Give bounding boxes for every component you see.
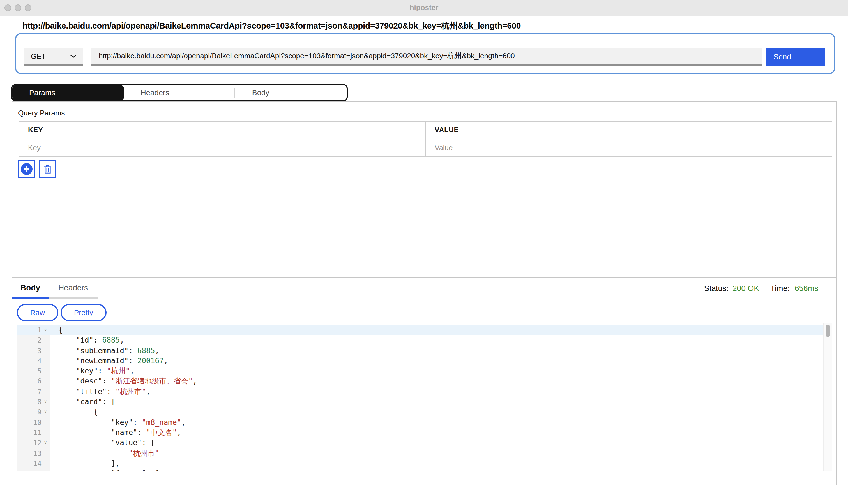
line-number: 15 bbox=[17, 469, 51, 471]
code-text: "key": "m8_name", bbox=[51, 417, 186, 428]
response-body-editor[interactable]: 1∨{2 "id": 6885,3 "subLemmaId": 6885,4 "… bbox=[17, 323, 832, 471]
time-value: 656ms bbox=[795, 284, 818, 293]
value-column-header: VALUE bbox=[425, 121, 832, 138]
response-panel: Body Headers Status:200 OKTime:656ms Raw… bbox=[12, 277, 837, 486]
tab-body[interactable]: Body bbox=[235, 85, 347, 100]
url-input[interactable]: http://baike.baidu.com/api/openapi/Baike… bbox=[91, 48, 762, 66]
code-line: 5 "key": "杭州", bbox=[17, 366, 824, 376]
line-number: 4 bbox=[17, 356, 51, 366]
editor-scrollbar-thumb[interactable] bbox=[826, 325, 830, 337]
param-key-input[interactable] bbox=[19, 139, 425, 157]
response-tab-body[interactable]: Body bbox=[12, 278, 49, 299]
code-line: 14 ], bbox=[17, 458, 824, 469]
line-number: 2 bbox=[17, 336, 51, 346]
request-url-heading: http://baike.baidu.com/api/openapi/Baike… bbox=[22, 21, 521, 31]
trash-icon bbox=[42, 163, 53, 175]
send-button[interactable]: Send bbox=[766, 48, 825, 66]
method-select[interactable]: GET bbox=[24, 48, 83, 66]
chevron-down-icon bbox=[70, 54, 76, 58]
code-text: "name": "中文名", bbox=[51, 428, 181, 438]
table-row bbox=[19, 138, 832, 157]
tab-params[interactable]: Params bbox=[12, 85, 124, 100]
plus-circle-icon bbox=[21, 163, 33, 175]
time-label: Time: bbox=[770, 284, 790, 293]
pretty-button[interactable]: Pretty bbox=[60, 304, 107, 321]
code-text: "card": [ bbox=[51, 397, 116, 407]
add-row-button[interactable] bbox=[18, 160, 35, 178]
code-lines: 1∨{2 "id": 6885,3 "subLemmaId": 6885,4 "… bbox=[17, 325, 824, 471]
code-line: 7 "title": "杭州市", bbox=[17, 387, 824, 397]
code-text: { bbox=[51, 407, 98, 418]
code-line: 15 "format": [ bbox=[17, 469, 824, 471]
code-line: 13 "杭州市" bbox=[17, 448, 824, 458]
fold-chevron-icon[interactable]: ∨ bbox=[42, 438, 49, 449]
param-row-actions bbox=[18, 160, 56, 178]
code-text: "format": [ bbox=[51, 469, 159, 471]
code-line: 6 "desc": "浙江省辖地级市、省会", bbox=[17, 376, 824, 387]
line-number: 13 bbox=[17, 448, 51, 458]
line-number: 10 bbox=[17, 417, 51, 428]
app-window: hiposter http://baike.baidu.com/api/open… bbox=[0, 0, 848, 504]
editor-scrollbar[interactable] bbox=[823, 323, 832, 471]
param-value-input[interactable] bbox=[426, 139, 832, 157]
query-params-table: KEY VALUE bbox=[18, 121, 832, 157]
request-bar: GET http://baike.baidu.com/api/openapi/B… bbox=[15, 33, 835, 74]
delete-row-button[interactable] bbox=[39, 160, 56, 178]
line-number: 7 bbox=[17, 387, 51, 397]
code-line: 1∨{ bbox=[17, 325, 824, 336]
tab-headers[interactable]: Headers bbox=[124, 85, 235, 100]
code-line: 8∨ "card": [ bbox=[17, 397, 824, 407]
code-line: 12∨ "value": [ bbox=[17, 438, 824, 449]
line-number: 12∨ bbox=[17, 438, 51, 449]
line-number: 3 bbox=[17, 346, 51, 356]
code-text: "subLemmaId": 6885, bbox=[51, 346, 159, 356]
code-text: "newLemmaId": 200167, bbox=[51, 356, 168, 366]
raw-button[interactable]: Raw bbox=[17, 304, 58, 321]
response-tab-headers[interactable]: Headers bbox=[49, 278, 98, 299]
response-view-buttons: Raw Pretty bbox=[17, 304, 107, 321]
response-tabs: Body Headers bbox=[12, 278, 98, 299]
code-text: "title": "杭州市", bbox=[51, 387, 150, 397]
query-params-panel: Query Params KEY VALUE bbox=[12, 102, 837, 277]
line-number: 14 bbox=[17, 458, 51, 469]
code-line: 9∨ { bbox=[17, 407, 824, 418]
code-text: { bbox=[51, 325, 63, 336]
line-number: 8∨ bbox=[17, 397, 51, 407]
method-select-value: GET bbox=[31, 52, 46, 60]
code-text: "desc": "浙江省辖地级市、省会", bbox=[51, 376, 197, 387]
line-number: 6 bbox=[17, 376, 51, 387]
status-value: 200 OK bbox=[732, 284, 759, 293]
code-line: 2 "id": 6885, bbox=[17, 336, 824, 346]
fold-chevron-icon[interactable]: ∨ bbox=[42, 397, 49, 407]
line-number: 1∨ bbox=[17, 325, 51, 336]
tab-headers-label: Headers bbox=[141, 89, 169, 97]
response-status-line: Status:200 OKTime:656ms bbox=[704, 284, 818, 293]
window-title: hiposter bbox=[0, 0, 848, 16]
code-line: 3 "subLemmaId": 6885, bbox=[17, 346, 824, 356]
status-label: Status: bbox=[704, 284, 728, 293]
code-text: ], bbox=[51, 458, 120, 469]
fold-chevron-icon[interactable]: ∨ bbox=[42, 325, 49, 336]
key-column-header: KEY bbox=[19, 121, 425, 138]
code-line: 11 "name": "中文名", bbox=[17, 428, 824, 438]
code-line: 10 "key": "m8_name", bbox=[17, 417, 824, 428]
query-params-title: Query Params bbox=[18, 109, 65, 117]
code-text: "id": 6885, bbox=[51, 336, 124, 346]
line-number: 11 bbox=[17, 428, 51, 438]
titlebar: hiposter bbox=[0, 0, 848, 16]
code-line: 4 "newLemmaId": 200167, bbox=[17, 356, 824, 366]
fold-chevron-icon[interactable]: ∨ bbox=[42, 407, 49, 418]
code-text: "value": [ bbox=[51, 438, 155, 449]
line-number: 5 bbox=[17, 366, 51, 376]
request-tabs: Params Headers Body bbox=[11, 84, 348, 102]
code-text: "杭州市" bbox=[51, 448, 159, 458]
line-number: 9∨ bbox=[17, 407, 51, 418]
code-text: "key": "杭州", bbox=[51, 366, 134, 376]
